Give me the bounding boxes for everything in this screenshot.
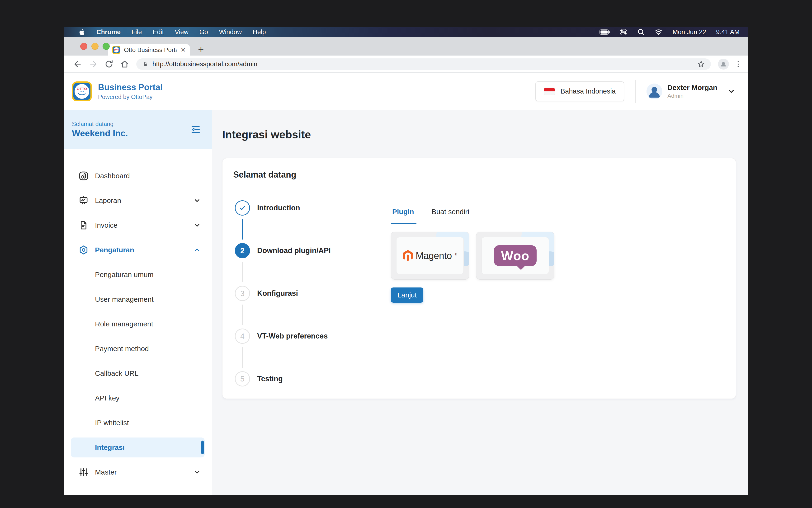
step-number: 4 [235,329,250,344]
browser-profile-icon[interactable] [718,59,729,70]
page-title: Integrasi website [222,128,736,141]
window-controls [80,43,110,50]
step-testing[interactable]: 5 Testing [235,371,283,387]
wifi-icon[interactable] [654,28,663,36]
active-item-highlight [71,437,205,458]
minimize-window-button[interactable] [91,43,98,50]
desktop-letterbox: Chrome File Edit View Go Window Help Mon… [0,0,812,508]
sidebar-item-master[interactable]: Master [63,460,212,484]
user-avatar[interactable] [646,84,662,99]
sidebar-item-payment-method[interactable]: Payment method [63,336,212,361]
sidebar-nav: Dashboard Laporan Invoice Pengatu [63,149,212,484]
woocommerce-logo: Woo [494,245,537,266]
step-connector [242,219,243,240]
plugin-tabs: Plugin Buat sendiri [391,200,725,224]
sidebar-item-laporan[interactable]: Laporan [63,188,212,213]
menubar-item-help[interactable]: Help [253,29,266,36]
tab-close-icon[interactable]: ✕ [180,47,186,53]
step-konfigurasi[interactable]: 3 Konfigurasi [235,285,298,302]
browser-menu-icon[interactable] [734,60,742,68]
report-icon [78,195,89,206]
menubar-clock[interactable]: 9:41 AM [716,29,739,36]
sidebar-item-pengaturan-umum[interactable]: Pengaturan umum [63,262,212,287]
continue-button[interactable]: Lanjut [391,288,423,303]
plugin-card-woocommerce[interactable]: Woo [476,232,554,280]
new-tab-button[interactable]: + [198,45,204,54]
sidebar-item-api-key[interactable]: API key [63,386,212,411]
tab-plugin[interactable]: Plugin [391,200,416,224]
language-selector-button[interactable]: Bahasa Indonesia [536,81,624,101]
menubar-item-chrome[interactable]: Chrome [96,29,121,36]
lock-icon[interactable] [142,61,148,68]
step-vtweb-preferences[interactable]: 4 VT-Web preferences [235,328,328,344]
magento-logo: Magento ® [403,250,457,261]
sidebar-item-callback-url[interactable]: Callback URL [63,361,212,386]
forward-icon[interactable] [89,59,98,69]
chevron-down-icon [193,197,201,204]
user-role: Admin [668,93,717,99]
language-label: Bahasa Indonesia [561,87,616,95]
tab-title: Otto Business Portal [124,46,177,54]
web-app: OTTO PAY Business Portal Powered by Otto… [63,73,749,495]
url-text[interactable]: http://ottobusinessportal.com/admin [153,60,257,68]
invoice-icon [78,220,89,230]
sidebar-item-pengaturan[interactable]: Pengaturan [63,238,212,262]
menubar-item-view[interactable]: View [175,29,188,36]
user-menu-chevron-down-icon[interactable] [727,87,735,95]
menubar-item-go[interactable]: Go [200,29,208,36]
sidebar-welcome: Selamat datang Weekend Inc. [63,110,212,149]
bookmark-star-icon[interactable] [697,60,705,68]
macos-menubar: Chrome File Edit View Go Window Help Mon… [63,27,749,37]
menubar-item-window[interactable]: Window [219,29,242,36]
search-icon[interactable] [637,28,645,36]
sidebar-collapse-icon[interactable] [190,124,201,135]
app-subtitle: Powered by OttoPay [98,93,163,100]
step-connector [242,262,243,282]
step-download-plugin[interactable]: 2 Download plugin/API [235,242,331,259]
sidebar: Selamat datang Weekend Inc. Dashboard La [63,110,212,495]
site-favicon: OTTO [112,46,120,54]
chevron-up-icon [193,246,201,254]
sidebar-item-user-management[interactable]: User management [63,287,212,312]
logo-smile-icon [77,93,86,96]
step-number: 2 [235,243,250,258]
reload-icon[interactable] [104,59,114,69]
menubar-item-file[interactable]: File [132,29,142,36]
menubar-item-edit[interactable]: Edit [153,29,164,36]
battery-icon[interactable] [599,28,610,36]
browser-tabstrip: OTTO Otto Business Portal ✕ + [63,37,749,55]
active-item-indicator [201,440,204,454]
step-check-icon [235,200,250,216]
back-icon[interactable] [73,59,82,69]
sidebar-item-integrasi[interactable]: Integrasi [63,435,212,460]
main-content: Integrasi website Selamat datang Introdu… [212,110,749,495]
indonesia-flag-icon [544,88,555,95]
ottopay-logo: OTTO PAY [72,81,92,101]
user-name: Dexter Morgan [668,83,717,92]
company-name: Weekend Inc. [72,128,128,138]
zoom-window-button[interactable] [102,43,110,50]
control-center-icon[interactable] [619,28,628,36]
sliders-icon [78,467,89,477]
app-header: OTTO PAY Business Portal Powered by Otto… [63,73,749,110]
step-connector [242,304,243,325]
sidebar-item-dashboard[interactable]: Dashboard [63,164,212,188]
browser-toolbar: http://ottobusinessportal.com/admin [63,55,749,73]
sidebar-item-invoice[interactable]: Invoice [63,213,212,238]
sidebar-item-role-management[interactable]: Role management [63,312,212,336]
apple-menu-icon[interactable] [78,29,85,36]
home-icon[interactable] [120,59,129,69]
wizard-stepper: Introduction 2 Download plugin/API 3 Kon… [233,200,371,387]
magento-mark-icon [403,250,413,261]
menubar-date[interactable]: Mon Jun 22 [673,29,706,36]
plugin-card-magento[interactable]: Magento ® [391,232,469,280]
browser-tab[interactable]: OTTO Otto Business Portal ✕ [108,44,190,55]
address-bar[interactable]: http://ottobusinessportal.com/admin [136,58,711,70]
card-title: Selamat datang [233,170,725,180]
app-title: Business Portal [98,82,163,92]
sidebar-item-ip-whitelist[interactable]: IP whitelist [63,411,212,435]
step-introduction[interactable]: Introduction [235,200,300,216]
step-number: 5 [235,371,250,386]
close-window-button[interactable] [80,43,87,50]
tab-buat-sendiri[interactable]: Buat sendiri [430,200,471,224]
